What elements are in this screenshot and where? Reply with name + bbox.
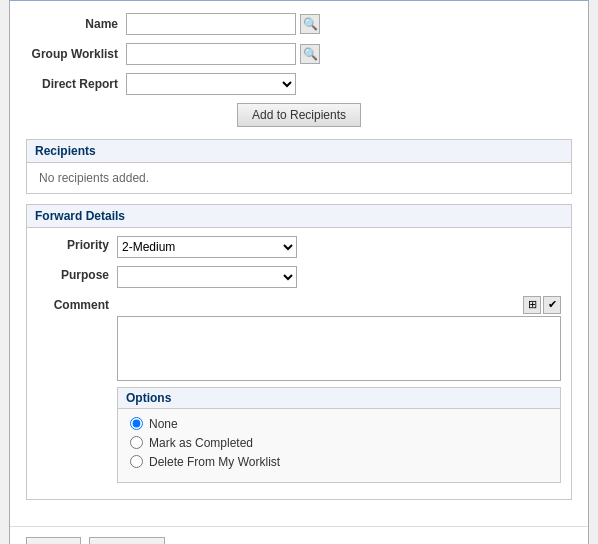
priority-select[interactable]: 1-Low 2-Medium 3-High: [117, 236, 297, 258]
radio-none-row: None: [130, 417, 548, 431]
forward-details-section: Forward Details Priority 1-Low 2-Medium …: [26, 204, 572, 500]
comment-label: Comment: [37, 296, 117, 312]
name-input-wrap: 🔍: [126, 13, 320, 35]
options-header: Options: [118, 388, 560, 409]
dialog-footer: OK Cancel: [10, 526, 588, 545]
comment-row: Comment ⊞ ✔ Optio: [37, 296, 561, 483]
direct-report-row: Direct Report: [26, 73, 572, 95]
recipients-section-body: No recipients added.: [27, 163, 571, 193]
options-section: Options None Mark as Completed: [117, 387, 561, 483]
purpose-select[interactable]: [117, 266, 297, 288]
expand-icon: ⊞: [528, 298, 537, 311]
radio-delete-label: Delete From My Worklist: [149, 455, 280, 469]
comment-section-wrap: ⊞ ✔ Options: [117, 296, 561, 483]
group-worklist-search-button[interactable]: 🔍: [300, 44, 320, 64]
recipients-section: Recipients No recipients added.: [26, 139, 572, 194]
group-worklist-input[interactable]: [126, 43, 296, 65]
radio-mark-complete-row: Mark as Completed: [130, 436, 548, 450]
direct-report-input-wrap: [126, 73, 296, 95]
forward-details-header: Forward Details: [27, 205, 571, 228]
options-body: None Mark as Completed Delete From My Wo…: [118, 409, 560, 482]
spellcheck-button[interactable]: ✔: [543, 296, 561, 314]
add-recipients-btn-row: Add to Recipients: [26, 103, 572, 127]
radio-mark-complete-label: Mark as Completed: [149, 436, 253, 450]
radio-none-label: None: [149, 417, 178, 431]
name-label: Name: [26, 17, 126, 31]
dialog-content: Name 🔍 Group Worklist 🔍 Direct Report: [10, 1, 588, 522]
search-icon: 🔍: [303, 47, 318, 61]
name-input[interactable]: [126, 13, 296, 35]
radio-delete-row: Delete From My Worklist: [130, 455, 548, 469]
purpose-label: Purpose: [37, 266, 117, 282]
priority-label: Priority: [37, 236, 117, 252]
radio-mark-complete[interactable]: [130, 436, 143, 449]
spellcheck-icon: ✔: [548, 298, 557, 311]
expand-comment-button[interactable]: ⊞: [523, 296, 541, 314]
group-worklist-input-wrap: 🔍: [126, 43, 320, 65]
forward-details-body: Priority 1-Low 2-Medium 3-High Purpose: [27, 228, 571, 499]
ok-button[interactable]: OK: [26, 537, 81, 545]
direct-report-select[interactable]: [126, 73, 296, 95]
recipients-section-header: Recipients: [27, 140, 571, 163]
comment-icons: ⊞ ✔: [117, 296, 561, 314]
group-worklist-row: Group Worklist 🔍: [26, 43, 572, 65]
name-search-button[interactable]: 🔍: [300, 14, 320, 34]
search-icon: 🔍: [303, 17, 318, 31]
purpose-row: Purpose: [37, 266, 561, 288]
comment-textarea[interactable]: [117, 316, 561, 381]
forward-worklist-dialog: Forward Worklist Items × Name 🔍 Group Wo…: [9, 0, 589, 544]
radio-delete[interactable]: [130, 455, 143, 468]
priority-row: Priority 1-Low 2-Medium 3-High: [37, 236, 561, 258]
no-recipients-message: No recipients added.: [37, 167, 151, 189]
cancel-button[interactable]: Cancel: [89, 537, 164, 545]
add-to-recipients-button[interactable]: Add to Recipients: [237, 103, 361, 127]
radio-none[interactable]: [130, 417, 143, 430]
direct-report-label: Direct Report: [26, 77, 126, 91]
group-worklist-label: Group Worklist: [26, 47, 126, 61]
name-row: Name 🔍: [26, 13, 572, 35]
